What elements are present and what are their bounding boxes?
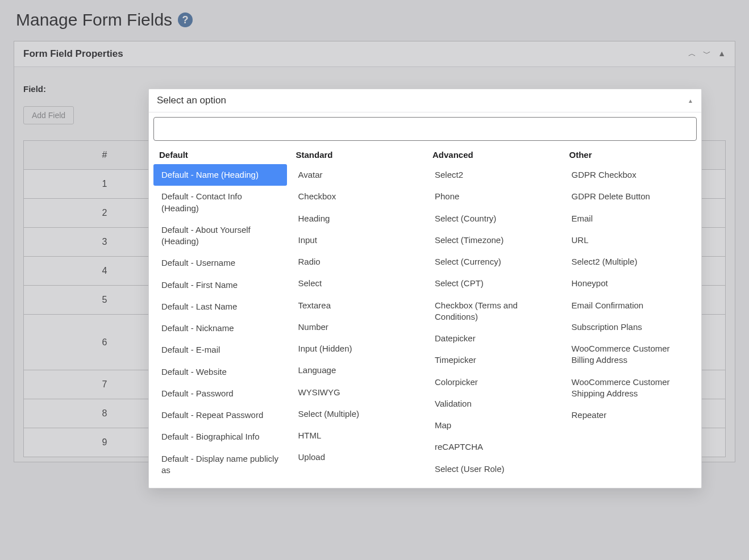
select-option[interactable]: Select2: [427, 164, 560, 186]
select-option[interactable]: Checkbox (Terms and Conditions): [427, 295, 560, 328]
select-option[interactable]: URL: [564, 229, 697, 251]
select-option[interactable]: Default - Password: [153, 383, 287, 404]
page-title-text: Manage Form Fields: [16, 10, 172, 30]
select-option[interactable]: Heading: [290, 208, 424, 229]
select-option[interactable]: Select (Country): [427, 208, 560, 229]
field-label: Field:: [23, 84, 148, 94]
option-group: DefaultDefault - Name (Heading)Default -…: [153, 147, 287, 481]
select-option[interactable]: WooCommerce Customer Billing Address: [564, 338, 697, 371]
select-search-input[interactable]: [153, 117, 697, 141]
field-select-dropdown: Select an option ▲ DefaultDefault - Name…: [148, 89, 702, 488]
select-option[interactable]: Honeypot: [564, 273, 697, 294]
caret-up-icon: ▲: [688, 98, 693, 104]
select-option[interactable]: Map: [427, 415, 560, 436]
panel-header: Form Field Properties ︿ ﹀ ▲: [14, 41, 735, 67]
select-option[interactable]: Avatar: [290, 164, 424, 186]
select-option[interactable]: HTML: [290, 425, 424, 446]
select-option[interactable]: Default - Username: [153, 252, 287, 274]
select-option[interactable]: Default - Contact Info (Heading): [153, 186, 287, 219]
select-option[interactable]: Select: [290, 273, 424, 294]
select-option[interactable]: Phone: [427, 186, 560, 207]
select-option[interactable]: Select2 (Multiple): [564, 251, 697, 273]
select-option[interactable]: Number: [290, 316, 424, 338]
panel-title: Form Field Properties: [23, 48, 123, 60]
select-option[interactable]: Default - Website: [153, 361, 287, 383]
option-group-title: Default: [153, 147, 287, 164]
select-option[interactable]: WooCommerce Customer Shipping Address: [564, 371, 697, 405]
select-option[interactable]: reCAPTCHA: [427, 436, 560, 458]
option-group-title: Other: [564, 147, 697, 164]
select-option[interactable]: Default - Display name publicly as: [153, 448, 287, 482]
select-option[interactable]: Subscription Plans: [564, 316, 697, 338]
chevron-down-icon[interactable]: ﹀: [703, 49, 711, 59]
option-group: AdvancedSelect2PhoneSelect (Country)Sele…: [427, 147, 560, 481]
option-group: OtherGDPR CheckboxGDPR Delete ButtonEmai…: [564, 147, 697, 481]
select-option[interactable]: Default - E-mail: [153, 339, 287, 361]
select-option[interactable]: Repeater: [564, 404, 697, 426]
select-option[interactable]: Default - About Yourself (Heading): [153, 219, 287, 253]
select-option[interactable]: Default - Biographical Info: [153, 426, 287, 448]
select-option[interactable]: Timepicker: [427, 349, 560, 371]
option-group: StandardAvatarCheckboxHeadingInputRadioS…: [290, 147, 424, 481]
select-option[interactable]: Language: [290, 360, 424, 381]
select-option[interactable]: WYSIWYG: [290, 382, 424, 403]
select-option[interactable]: Default - Last Name: [153, 296, 287, 317]
option-group-title: Standard: [290, 147, 424, 164]
select-option[interactable]: Default - Nickname: [153, 317, 287, 339]
select-placeholder: Select an option: [157, 95, 226, 106]
select-option[interactable]: Select (CPT): [427, 273, 560, 294]
select-option[interactable]: Input (Hidden): [290, 338, 424, 360]
select-option[interactable]: Default - Repeat Password: [153, 404, 287, 426]
select-option[interactable]: Email Confirmation: [564, 295, 697, 316]
select-option[interactable]: Upload: [290, 446, 424, 468]
select-option[interactable]: Default - First Name: [153, 274, 287, 296]
select-option[interactable]: Validation: [427, 393, 560, 415]
select-option[interactable]: GDPR Checkbox: [564, 164, 697, 186]
select-option[interactable]: Select (Multiple): [290, 403, 424, 425]
chevron-up-icon[interactable]: ︿: [688, 49, 696, 59]
select-option[interactable]: Colorpicker: [427, 371, 560, 393]
select-header[interactable]: Select an option ▲: [149, 89, 701, 112]
select-option[interactable]: Radio: [290, 251, 424, 273]
select-option[interactable]: Select (Timezone): [427, 229, 560, 251]
option-group-title: Advanced: [427, 147, 560, 164]
add-field-button[interactable]: Add Field: [23, 106, 74, 124]
select-option[interactable]: Default - Name (Heading): [153, 164, 287, 186]
select-option[interactable]: Select (Currency): [427, 251, 560, 273]
help-icon[interactable]: ?: [178, 12, 193, 27]
select-option[interactable]: Checkbox: [290, 186, 424, 207]
select-option[interactable]: Select (User Role): [427, 458, 560, 480]
select-option[interactable]: Input: [290, 229, 424, 251]
select-option[interactable]: GDPR Delete Button: [564, 186, 697, 207]
select-option[interactable]: Email: [564, 208, 697, 229]
select-option[interactable]: Textarea: [290, 295, 424, 316]
select-option[interactable]: Datepicker: [427, 328, 560, 349]
collapse-icon[interactable]: ▲: [718, 49, 726, 59]
page-title: Manage Form Fields ?: [0, 0, 749, 41]
